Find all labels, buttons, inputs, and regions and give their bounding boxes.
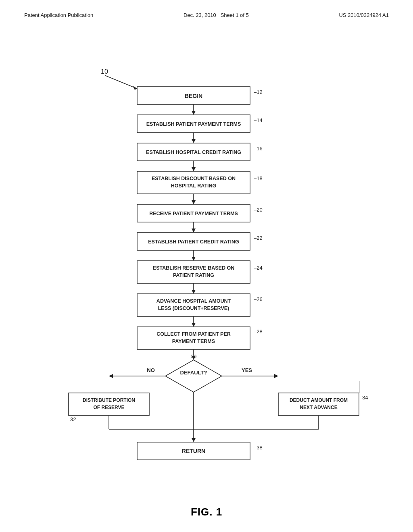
page-header: Patent Application Publication Dec. 23, … <box>0 0 413 22</box>
node-34-text-1: DEDUCT AMOUNT FROM <box>290 397 348 403</box>
header-patent-number: US 2010/0324924 A1 <box>339 12 389 18</box>
node-28-text-1: COLLECT FROM PATIENT PER <box>156 331 231 337</box>
node-16-text: ESTABLISH HOSPITAL CREDIT RATING <box>146 150 241 155</box>
node-34-text-2: NEXT ADVANCE <box>300 405 337 410</box>
label-14: –14 <box>254 117 263 123</box>
node-38-text: RETURN <box>182 448 205 454</box>
header-publication: Patent Application Publication <box>24 12 93 18</box>
node-24-text-2: PATIENT RATING <box>173 272 214 278</box>
label-26: –26 <box>254 296 263 302</box>
node-14-text: ESTABLISH PATIENT PAYMENT TERMS <box>146 121 241 127</box>
node-30-text: DEFAULT? <box>180 370 207 376</box>
node-22-text: ESTABLISH PATIENT CREDIT RATING <box>148 239 239 245</box>
label-10: 10 <box>101 68 108 75</box>
figure-caption: FIG. 1 <box>0 506 413 518</box>
label-16: –16 <box>254 145 263 152</box>
svg-marker-15 <box>192 290 196 294</box>
svg-marker-5 <box>192 139 196 143</box>
svg-marker-13 <box>192 257 196 261</box>
node-34 <box>278 393 359 416</box>
node-26-text-2: LESS (DISCOUNT+RESERVE) <box>158 305 229 311</box>
node-20-text: RECEIVE PATIENT PAYMENT TERMS <box>149 211 238 216</box>
node-18-text-1: ESTABLISH DISCOUNT BASED ON <box>152 176 236 181</box>
svg-marker-30 <box>192 438 196 442</box>
yes-label: YES <box>242 367 252 373</box>
header-date-sheet: Dec. 23, 2010 Sheet 1 of 5 <box>184 12 249 18</box>
flowchart-svg: 10 BEGIN –12 ESTABLISH PATIENT PAYMENT T… <box>41 30 372 486</box>
svg-marker-23 <box>274 374 278 378</box>
node-26 <box>137 294 250 316</box>
node-18-text-2: HOSPITAL RATING <box>171 183 217 189</box>
label-18: –18 <box>254 175 263 181</box>
flowchart-diagram: 10 BEGIN –12 ESTABLISH PATIENT PAYMENT T… <box>0 22 413 502</box>
node-24-text-1: ESTABLISH RESERVE BASED ON <box>153 265 234 271</box>
node-30-diamond <box>165 360 222 392</box>
label-34: 34 <box>362 395 368 401</box>
node-32 <box>69 393 149 416</box>
node-18 <box>137 171 250 194</box>
svg-line-0 <box>105 75 137 89</box>
label-32: 32 <box>70 416 76 422</box>
label-28: –28 <box>254 328 263 335</box>
node-28-text-2: PAYMENT TERMS <box>172 339 215 344</box>
svg-marker-11 <box>192 229 196 233</box>
label-30: 30 <box>191 353 196 360</box>
label-20: –20 <box>254 207 263 213</box>
node-28 <box>137 327 250 349</box>
label-22: –22 <box>254 235 263 241</box>
label-12: –12 <box>254 89 263 95</box>
no-label: NO <box>147 367 155 373</box>
node-32-text-1: DISTRIBUTE PORTION <box>83 397 135 403</box>
svg-marker-7 <box>192 167 196 171</box>
node-26-text-1: ADVANCE HOSPITAL AMOUNT <box>156 298 231 304</box>
svg-marker-17 <box>192 323 196 327</box>
node-24 <box>137 261 250 283</box>
page: Patent Application Publication Dec. 23, … <box>0 0 413 532</box>
svg-marker-21 <box>109 374 113 378</box>
svg-marker-3 <box>192 111 196 115</box>
label-24: –24 <box>254 265 263 271</box>
label-38: –38 <box>254 445 263 451</box>
svg-marker-1 <box>133 86 137 90</box>
node-begin-text: BEGIN <box>185 93 202 99</box>
node-32-text-2: OF RESERVE <box>93 405 124 410</box>
svg-marker-9 <box>192 200 196 204</box>
